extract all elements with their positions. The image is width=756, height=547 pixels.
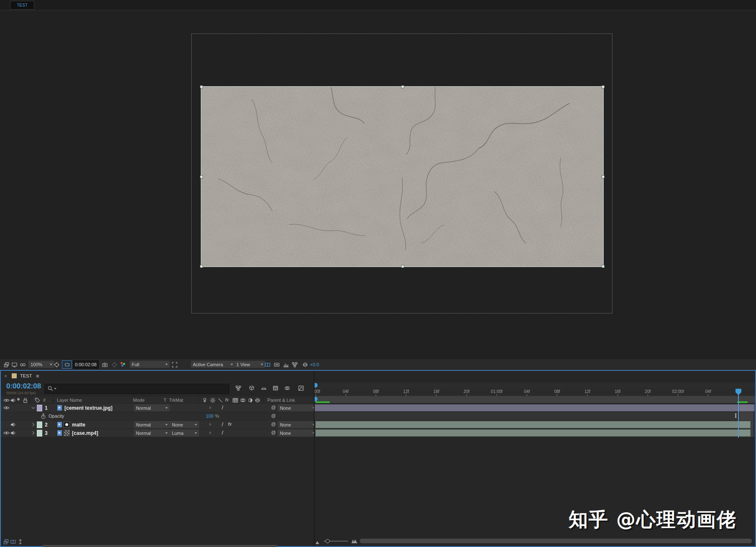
hide-shy-layers-icon[interactable] (261, 385, 267, 391)
quality-switch-icon[interactable] (217, 397, 223, 403)
snapshot-show-icon[interactable] (111, 361, 118, 368)
parent-pickwhip-icon[interactable]: @ (271, 421, 276, 426)
parent-pickwhip-icon[interactable]: @ (271, 430, 276, 435)
playhead-line[interactable] (738, 388, 739, 438)
navigator-start-handle[interactable] (314, 383, 318, 388)
chevron-right-icon[interactable] (30, 421, 36, 428)
composition-tab[interactable]: TEST (10, 1, 34, 10)
draft-3d-icon[interactable] (249, 385, 255, 391)
horizontal-scrollbar-left[interactable] (43, 545, 277, 547)
snapshot-take-icon[interactable] (102, 361, 108, 368)
selection-handle[interactable] (200, 175, 203, 178)
3d-switch-icon[interactable] (254, 397, 261, 403)
chevron-down-icon[interactable] (30, 405, 36, 411)
search-input[interactable] (44, 384, 229, 394)
speaker-icon[interactable] (10, 421, 16, 428)
mode-dropdown[interactable]: Normal (134, 429, 170, 437)
layer-name[interactable]: [case.mp4] (72, 430, 98, 436)
mask-visibility-toggle[interactable] (62, 360, 72, 369)
property-row-opacity[interactable]: Opacity 100 % @ (1, 412, 314, 420)
parent-pickwhip-icon[interactable]: @ (271, 413, 276, 418)
motion-blur-icon[interactable] (284, 385, 290, 391)
always-preview-icon[interactable] (3, 361, 10, 368)
timeline-zoom-slider-thumb[interactable] (325, 539, 330, 543)
mode-dropdown[interactable]: Normal (134, 421, 170, 428)
adjustment-switch-icon[interactable] (247, 397, 254, 403)
fx-switch-icon[interactable]: fx (225, 397, 229, 402)
expand-transfer-controls-icon[interactable] (10, 539, 16, 545)
video-column-icon[interactable] (3, 397, 10, 403)
eye-icon[interactable] (3, 430, 10, 436)
channels-icon[interactable] (120, 362, 126, 367)
viewer-timecode[interactable]: 0:00:02:08 (73, 360, 99, 369)
parent-link-column-header[interactable]: Parent & Link (267, 398, 295, 403)
histogram-icon[interactable] (283, 361, 289, 368)
work-area-bar[interactable] (315, 396, 755, 403)
layer-name-column-header[interactable]: Layer Name (57, 398, 82, 403)
opacity-value[interactable]: 100 (206, 413, 213, 419)
primary-viewer-icon[interactable] (11, 361, 18, 368)
composition-viewer[interactable] (0, 10, 756, 359)
label-column-icon[interactable] (34, 397, 41, 403)
zoom-out-mountain-icon[interactable] (315, 540, 319, 545)
grid-guides-icon[interactable] (54, 361, 60, 368)
trkmat-column-header[interactable]: TrkMat (169, 398, 183, 403)
parent-dropdown[interactable]: None (278, 429, 317, 437)
label-swatch[interactable] (37, 405, 42, 411)
pixel-aspect-correction-icon[interactable] (274, 361, 280, 368)
solo-column-icon[interactable] (17, 398, 20, 401)
parent-dropdown[interactable]: None (278, 404, 317, 411)
resolution-select[interactable]: Full (130, 361, 170, 368)
pan-behind-icon[interactable]: ♁ (208, 430, 212, 435)
search-options-chevron[interactable] (54, 388, 56, 390)
frame-blending-icon[interactable] (272, 385, 279, 391)
parent-pickwhip-icon[interactable]: @ (271, 405, 276, 410)
zoom-in-mountain-icon[interactable] (351, 539, 357, 544)
selection-handle[interactable] (401, 85, 404, 88)
layer-name[interactable]: [cement textrue.jpg] (64, 405, 113, 411)
lock-column-icon[interactable] (22, 397, 28, 403)
mini-flowchart-icon[interactable] (235, 385, 241, 391)
magnification-select[interactable]: 100% (28, 361, 54, 368)
flowchart-icon[interactable] (292, 361, 298, 368)
parent-dropdown[interactable]: None (278, 421, 317, 428)
quality-icon[interactable]: / (222, 421, 223, 427)
layer-row-2[interactable]: 2 matte Normal None ♁ / fx @ None (1, 421, 314, 429)
transfer-mode-switch-icon[interactable] (232, 397, 238, 403)
selection-handle[interactable] (200, 265, 203, 268)
layer-row-3[interactable]: 3 [case.mp4] Normal Luma ♁ / @ None (1, 429, 314, 437)
label-swatch[interactable] (37, 421, 42, 428)
selection-handle[interactable] (602, 175, 605, 178)
cement-texture-layer[interactable] (201, 87, 603, 267)
anchor-switch-icon[interactable] (202, 397, 208, 403)
mode-column-header[interactable]: Mode (133, 398, 145, 403)
quality-icon[interactable]: / (222, 404, 223, 411)
quality-icon[interactable]: / (222, 429, 223, 436)
share-view-icon[interactable] (264, 361, 271, 368)
selection-handle[interactable] (200, 85, 203, 88)
layer-bar-2[interactable] (315, 421, 751, 428)
chevron-right-icon[interactable] (30, 430, 36, 436)
property-name[interactable]: Opacity (49, 413, 64, 419)
motion-blur-switch-icon[interactable] (240, 397, 246, 403)
selection-handle[interactable] (602, 265, 605, 268)
layer-name[interactable]: matte (72, 422, 85, 428)
label-swatch[interactable] (37, 430, 42, 437)
pan-behind-icon[interactable]: ♁ (208, 405, 212, 410)
speaker-icon[interactable] (10, 430, 16, 436)
expand-inout-columns-icon[interactable] (17, 539, 23, 545)
exposure-icon[interactable] (302, 361, 308, 368)
layer-bar-3[interactable] (315, 429, 751, 437)
trkmat-dropdown[interactable]: None (170, 421, 199, 428)
pan-behind-icon[interactable]: ♁ (208, 421, 212, 426)
eye-icon[interactable] (3, 405, 10, 411)
graph-editor-icon[interactable] (298, 385, 304, 391)
view-layout-select[interactable]: 1 View (234, 361, 265, 368)
exposure-value[interactable]: +0.0 (310, 361, 319, 368)
selection-handle[interactable] (401, 265, 404, 268)
t-column-header[interactable]: T (164, 398, 167, 403)
stopwatch-icon[interactable] (40, 413, 46, 419)
audio-column-icon[interactable] (10, 397, 16, 403)
layer-row-1[interactable]: 1 [cement textrue.jpg] Normal ♁ / @ None (1, 404, 314, 412)
selection-handle[interactable] (602, 85, 605, 88)
